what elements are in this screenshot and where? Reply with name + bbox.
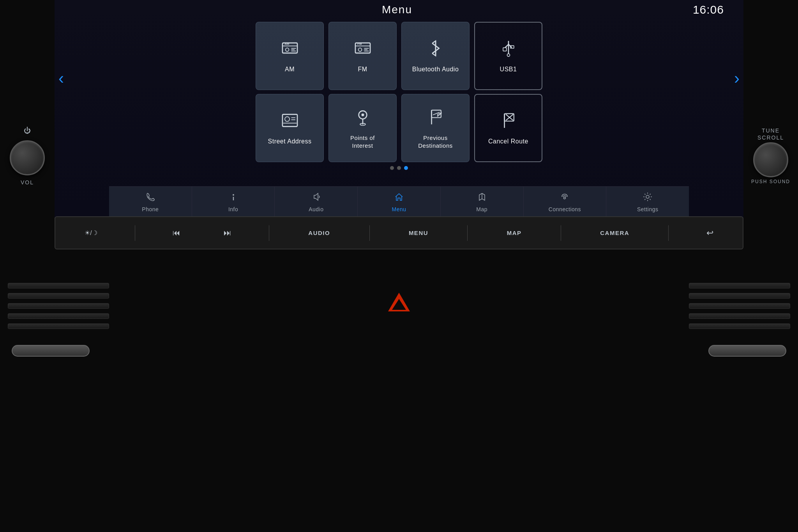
svg-line-20 [508, 44, 512, 48]
svg-rect-21 [503, 48, 507, 51]
am-icon: AM [280, 38, 300, 62]
tune-scroll-label2: SCROLL [757, 134, 784, 141]
flag-icon [425, 107, 446, 130]
info-icon [228, 192, 238, 205]
bluetooth-icon [425, 38, 446, 62]
svg-point-11 [358, 48, 362, 51]
next-page-arrow[interactable]: › [734, 70, 740, 87]
vol-knob[interactable] [10, 140, 45, 175]
left-knob-area: ⏻ VOL [0, 101, 55, 210]
next-track-button[interactable]: ⏭ [218, 225, 237, 240]
svg-point-40 [233, 194, 234, 196]
vent-slat [689, 323, 790, 329]
svg-text:FM: FM [357, 42, 362, 46]
physical-button-strip: ☀/☽ ⏮ ⏭ AUDIO MENU MAP CAMERA ↩ [55, 216, 743, 249]
camera-hard-button[interactable]: CAMERA [593, 226, 636, 239]
nav-row: Street Address Points of Interest [78, 94, 720, 162]
infotainment-screen: Menu 16:06 ‹ AM [55, 0, 743, 218]
hazard-button[interactable] [387, 290, 411, 314]
nav-menu-label: Menu [392, 206, 406, 212]
home-icon [394, 192, 404, 205]
left-vent-handle[interactable] [12, 345, 90, 357]
vent-slat [8, 293, 109, 299]
vent-slat [8, 283, 109, 288]
vent-area [0, 259, 798, 532]
svg-point-44 [564, 197, 566, 199]
tile-bluetooth[interactable]: Bluetooth Audio [401, 22, 470, 90]
right-knob-area: TUNE SCROLL PUSH SOUND [743, 101, 798, 210]
svg-line-19 [505, 44, 508, 48]
phone-icon [145, 192, 155, 205]
prev-page-arrow[interactable]: ‹ [58, 70, 64, 87]
tile-street-label: Street Address [268, 138, 312, 146]
menu-hard-button[interactable]: MENU [402, 226, 435, 239]
tile-am[interactable]: AM AM [256, 22, 324, 90]
nav-menu[interactable]: Menu [358, 187, 441, 217]
svg-rect-24 [282, 114, 297, 126]
dot-2 [397, 166, 401, 170]
vent-slat [8, 303, 109, 309]
main-grid: ‹ AM AM [55, 18, 743, 170]
tile-prev-dest[interactable]: Previous Destinations [401, 94, 470, 162]
tile-am-label: AM [285, 65, 295, 74]
dot-3 [404, 166, 408, 170]
tile-poi[interactable]: Points of Interest [328, 94, 397, 162]
tile-street-address[interactable]: Street Address [256, 94, 324, 162]
clock-display: 16:06 [506, 3, 728, 16]
left-vent [0, 267, 117, 345]
tile-fm-label: FM [358, 65, 367, 74]
tile-bluetooth-label: Bluetooth Audio [412, 65, 459, 74]
nav-info-label: Info [228, 206, 238, 212]
tile-cancel-route[interactable]: Cancel Route [474, 94, 542, 162]
bottom-nav-bar: Phone Info Audio [109, 186, 689, 217]
svg-text:AM: AM [284, 42, 289, 46]
nav-settings-label: Settings [637, 206, 659, 212]
vent-slat [8, 323, 109, 329]
brightness-button[interactable]: ☀/☽ [79, 226, 102, 240]
nav-map[interactable]: Map [441, 187, 524, 217]
vent-slat [689, 283, 790, 288]
connections-icon [560, 192, 570, 205]
vent-slat [689, 313, 790, 319]
pagination-dots [78, 166, 720, 170]
push-sound-label: PUSH SOUND [751, 179, 790, 184]
vent-slat [8, 313, 109, 319]
vol-label: VOL [21, 179, 34, 186]
nav-map-label: Map [476, 206, 487, 212]
svg-point-45 [646, 195, 649, 198]
screen-header: Menu 16:06 [55, 0, 743, 18]
map-hard-button[interactable]: MAP [500, 226, 529, 239]
svg-point-30 [361, 113, 364, 116]
nav-connections-label: Connections [549, 206, 581, 212]
address-icon [280, 110, 300, 134]
tile-poi-label: Points of Interest [350, 134, 375, 149]
poi-icon [353, 107, 373, 130]
nav-phone[interactable]: Phone [109, 187, 192, 217]
prev-track-button[interactable]: ⏮ [167, 225, 186, 240]
nav-settings[interactable]: Settings [606, 187, 689, 217]
dot-1 [390, 166, 394, 170]
fm-icon: FM [353, 38, 373, 62]
usb-icon [498, 38, 519, 62]
audio-row: AM AM FM [78, 22, 720, 90]
tile-fm[interactable]: FM FM [328, 22, 397, 90]
audio-icon [311, 192, 321, 205]
nav-connections[interactable]: Connections [524, 187, 607, 217]
tile-usb1-label: USB1 [500, 65, 517, 74]
back-hard-button[interactable]: ↩ [701, 225, 719, 241]
tune-scroll-knob[interactable] [753, 142, 788, 177]
nav-phone-label: Phone [142, 206, 159, 212]
nav-info[interactable]: Info [192, 187, 275, 217]
svg-point-23 [507, 54, 510, 57]
screen-title: Menu [288, 4, 506, 16]
tile-cancel-route-label: Cancel Route [488, 138, 528, 146]
vent-slat [689, 293, 790, 299]
power-button[interactable]: ⏻ [24, 127, 31, 135]
audio-hard-button[interactable]: AUDIO [301, 226, 337, 239]
svg-point-3 [285, 48, 289, 51]
cancel-route-icon [498, 110, 519, 134]
tile-usb1[interactable]: USB1 [474, 22, 542, 90]
nav-audio[interactable]: Audio [275, 187, 358, 217]
tile-prev-dest-label: Previous Destinations [418, 134, 453, 149]
right-vent-handle[interactable] [708, 345, 786, 357]
